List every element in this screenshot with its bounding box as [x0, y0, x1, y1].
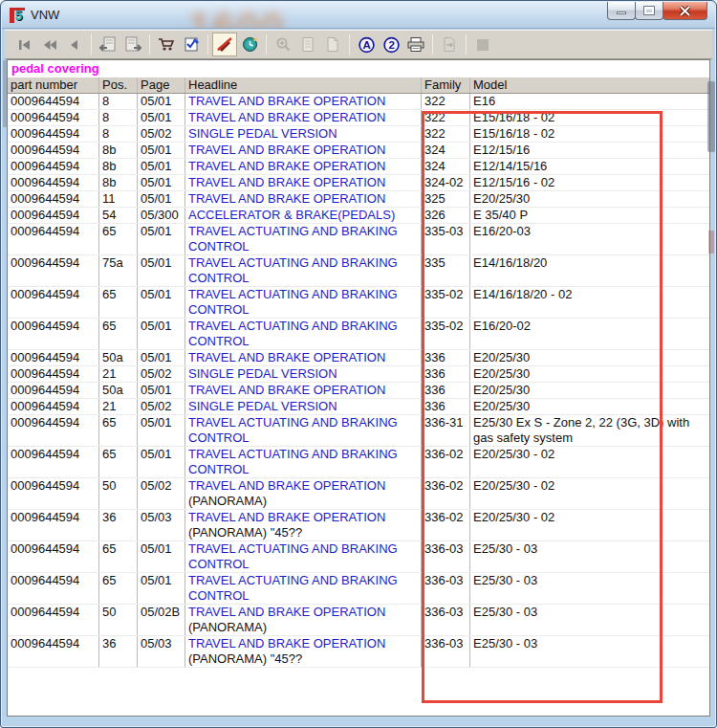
headline-link[interactable]: TRAVEL ACTUATING AND BRAKING CONTROL: [188, 224, 398, 254]
table-row[interactable]: 0009644594 21 05/02 SINGLE PEDAL VERSION…: [8, 399, 709, 415]
headline-link[interactable]: TRAVEL AND BRAKE OPERATION: [188, 159, 385, 173]
headline-link[interactable]: SINGLE PEDAL VERSION: [188, 366, 337, 381]
clipboard-check-button[interactable]: [179, 33, 204, 56]
pen-no-edit-button[interactable]: [212, 33, 237, 56]
table-row[interactable]: 0009644594 50 05/02B TRAVEL AND BRAKE OP…: [8, 605, 709, 636]
table-row[interactable]: 0009644594 8b 05/01 TRAVEL AND BRAKE OPE…: [8, 159, 709, 175]
part-number-cell[interactable]: 0009644594: [8, 350, 99, 365]
column-header-family[interactable]: Family: [422, 77, 470, 93]
table-row[interactable]: 0009644594 50a 05/01 TRAVEL AND BRAKE OP…: [8, 350, 709, 366]
page-cell: 05/01: [138, 175, 185, 190]
part-number-cell[interactable]: 0009644594: [8, 636, 99, 667]
export-page-button[interactable]: [437, 33, 462, 56]
part-number-cell[interactable]: 0009644594: [8, 94, 99, 109]
headline-link[interactable]: ACCELERATOR & BRAKE(PEDALS): [188, 208, 395, 222]
table-row[interactable]: 0009644594 8b 05/01 TRAVEL AND BRAKE OPE…: [8, 143, 709, 159]
title-bar[interactable]: 1600 5 5 VNW: [2, 2, 715, 29]
circled-a-button[interactable]: A: [354, 33, 379, 56]
table-row[interactable]: 0009644594 65 05/01 TRAVEL ACTUATING AND…: [8, 415, 709, 447]
headline-link[interactable]: TRAVEL AND BRAKE OPERATION: [188, 478, 385, 493]
headline-link[interactable]: TRAVEL AND BRAKE OPERATION: [188, 143, 385, 157]
table-row[interactable]: 0009644594 54 05/300 ACCELERATOR & BRAKE…: [8, 208, 709, 224]
column-header-page[interactable]: Page: [138, 77, 185, 93]
headline-link[interactable]: TRAVEL AND BRAKE OPERATION: [188, 636, 385, 651]
table-row[interactable]: 0009644594 65 05/01 TRAVEL ACTUATING AND…: [8, 319, 709, 350]
table-row[interactable]: 0009644594 8b 05/01 TRAVEL AND BRAKE OPE…: [8, 175, 709, 191]
table-row[interactable]: 0009644594 8 05/02 SINGLE PEDAL VERSION …: [8, 126, 709, 143]
part-number-cell[interactable]: 0009644594: [8, 573, 99, 604]
table-row[interactable]: 0009644594 8 05/01 TRAVEL AND BRAKE OPER…: [8, 94, 709, 110]
column-header-model[interactable]: Model: [470, 77, 709, 93]
part-number-cell[interactable]: 0009644594: [8, 287, 99, 318]
part-number-cell[interactable]: 0009644594: [8, 159, 99, 174]
shopping-cart-button[interactable]: [154, 33, 179, 56]
table-row[interactable]: 0009644594 50 05/02 TRAVEL AND BRAKE OPE…: [8, 478, 709, 510]
part-number-cell[interactable]: 0009644594: [8, 366, 99, 382]
fast-backward-button[interactable]: [37, 33, 62, 56]
part-number-cell[interactable]: 0009644594: [8, 541, 99, 572]
table-row[interactable]: 0009644594 65 05/01 TRAVEL ACTUATING AND…: [8, 541, 709, 573]
headline-link[interactable]: SINGLE PEDAL VERSION: [188, 399, 337, 413]
page-preview-button[interactable]: [295, 33, 320, 56]
headline-link[interactable]: TRAVEL ACTUATING AND BRAKING CONTROL: [188, 255, 398, 285]
part-number-cell[interactable]: 0009644594: [8, 208, 99, 223]
close-button[interactable]: [663, 2, 707, 20]
headline-link[interactable]: TRAVEL AND BRAKE OPERATION: [188, 510, 385, 524]
table-row[interactable]: 0009644594 21 05/02 SINGLE PEDAL VERSION…: [8, 366, 709, 383]
table-row[interactable]: 0009644594 65 05/01 TRAVEL ACTUATING AND…: [8, 573, 709, 605]
circled-2-button[interactable]: 2: [379, 33, 403, 56]
headline-link[interactable]: SINGLE PEDAL VERSION: [188, 126, 337, 141]
column-header-part-number[interactable]: part number: [8, 77, 99, 93]
page-preview-folded-button[interactable]: [320, 33, 345, 56]
previous-record-button[interactable]: [62, 33, 87, 56]
first-record-button[interactable]: [12, 33, 37, 56]
headline-link[interactable]: TRAVEL ACTUATING AND BRAKING CONTROL: [188, 287, 398, 317]
print-button[interactable]: [403, 33, 428, 56]
part-number-cell[interactable]: 0009644594: [8, 605, 99, 635]
headline-link[interactable]: TRAVEL AND BRAKE OPERATION: [188, 110, 385, 124]
part-number-cell[interactable]: 0009644594: [8, 510, 99, 540]
part-number-cell[interactable]: 0009644594: [8, 399, 99, 414]
clock-button[interactable]: [237, 33, 262, 56]
part-number-cell[interactable]: 0009644594: [8, 447, 99, 477]
table-row[interactable]: 0009644594 65 05/01 TRAVEL ACTUATING AND…: [8, 287, 709, 319]
headline-link[interactable]: TRAVEL ACTUATING AND BRAKING CONTROL: [188, 319, 398, 348]
column-header-pos[interactable]: Pos.: [99, 77, 138, 93]
headline-link[interactable]: TRAVEL ACTUATING AND BRAKING CONTROL: [188, 573, 398, 603]
part-number-cell[interactable]: 0009644594: [8, 143, 99, 158]
stop-button[interactable]: [470, 33, 495, 56]
part-number-cell[interactable]: 0009644594: [8, 415, 99, 446]
table-row[interactable]: 0009644594 8 05/01 TRAVEL AND BRAKE OPER…: [8, 110, 709, 126]
part-number-cell[interactable]: 0009644594: [8, 255, 99, 286]
document-back-button[interactable]: [96, 33, 120, 56]
document-forward-button[interactable]: [120, 33, 145, 56]
part-number-cell[interactable]: 0009644594: [8, 110, 99, 125]
headline-link[interactable]: TRAVEL AND BRAKE OPERATION: [188, 605, 385, 619]
table-row[interactable]: 0009644594 36 05/03 TRAVEL AND BRAKE OPE…: [8, 510, 709, 541]
table-row[interactable]: 0009644594 65 05/01 TRAVEL ACTUATING AND…: [8, 447, 709, 478]
minimize-button[interactable]: [607, 2, 636, 20]
table-row[interactable]: 0009644594 75a 05/01 TRAVEL ACTUATING AN…: [8, 255, 709, 287]
part-number-cell[interactable]: 0009644594: [8, 478, 99, 509]
part-number-cell[interactable]: 0009644594: [8, 224, 99, 254]
table-row[interactable]: 0009644594 11 05/01 TRAVEL AND BRAKE OPE…: [8, 191, 709, 208]
headline-link[interactable]: TRAVEL ACTUATING AND BRAKING CONTROL: [188, 415, 398, 445]
column-header-headline[interactable]: Headline: [185, 77, 422, 93]
table-row[interactable]: 0009644594 65 05/01 TRAVEL ACTUATING AND…: [8, 224, 709, 255]
table-row[interactable]: 0009644594 50a 05/01 TRAVEL AND BRAKE OP…: [8, 383, 709, 399]
part-number-cell[interactable]: 0009644594: [8, 126, 99, 142]
maximize-button[interactable]: [635, 2, 663, 20]
zoom-button[interactable]: [271, 33, 295, 56]
table-row[interactable]: 0009644594 36 05/03 TRAVEL AND BRAKE OPE…: [8, 636, 709, 668]
headline-link[interactable]: TRAVEL AND BRAKE OPERATION: [188, 191, 385, 206]
headline-link[interactable]: TRAVEL AND BRAKE OPERATION: [188, 175, 385, 189]
headline-link[interactable]: TRAVEL AND BRAKE OPERATION: [188, 383, 385, 397]
headline-link[interactable]: TRAVEL AND BRAKE OPERATION: [188, 94, 385, 108]
headline-link[interactable]: TRAVEL AND BRAKE OPERATION: [188, 350, 385, 364]
part-number-cell[interactable]: 0009644594: [8, 319, 99, 349]
headline-link[interactable]: TRAVEL ACTUATING AND BRAKING CONTROL: [188, 447, 398, 476]
part-number-cell[interactable]: 0009644594: [8, 175, 99, 190]
part-number-cell[interactable]: 0009644594: [8, 383, 99, 398]
headline-link[interactable]: TRAVEL ACTUATING AND BRAKING CONTROL: [188, 541, 398, 571]
part-number-cell[interactable]: 0009644594: [8, 191, 99, 207]
